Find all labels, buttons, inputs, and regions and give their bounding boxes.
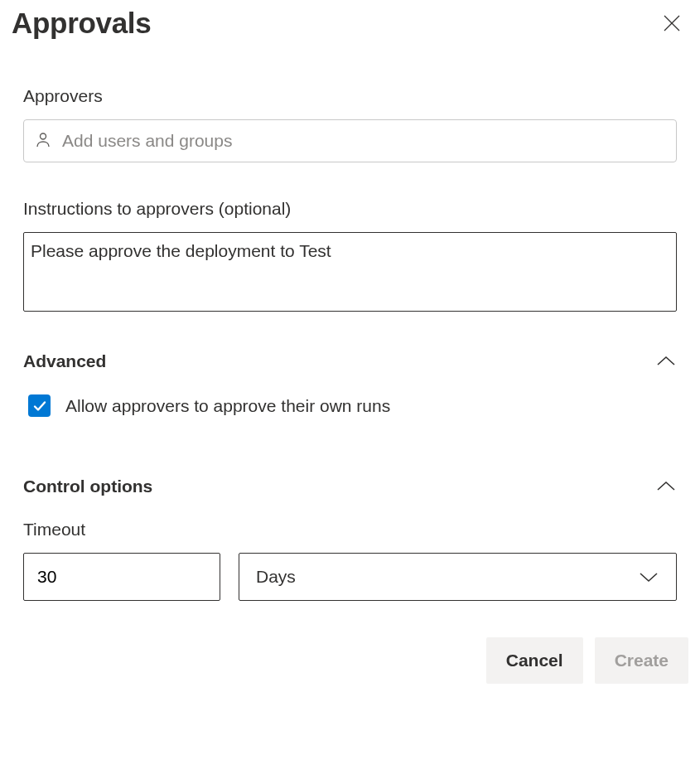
svg-point-2: [41, 133, 46, 139]
control-options-title: Control options: [23, 477, 152, 496]
allow-own-runs-label: Allow approvers to approve their own run…: [65, 396, 390, 416]
advanced-section: Advanced Allow approvers to approve thei…: [12, 351, 688, 417]
instructions-field: Instructions to approvers (optional): [12, 199, 688, 315]
cancel-button[interactable]: Cancel: [486, 637, 583, 684]
chevron-up-icon: [655, 480, 677, 493]
close-icon: [663, 14, 681, 32]
allow-own-runs-row[interactable]: Allow approvers to approve their own run…: [23, 394, 677, 417]
instructions-label: Instructions to approvers (optional): [23, 199, 677, 219]
approvers-field: Approvers: [12, 86, 688, 162]
dialog-header: Approvals: [12, 7, 688, 40]
advanced-title: Advanced: [23, 351, 106, 371]
advanced-body: Allow approvers to approve their own run…: [23, 394, 677, 417]
timeout-unit-select[interactable]: Days: [239, 553, 677, 601]
person-icon: [36, 132, 51, 150]
instructions-textarea[interactable]: [23, 232, 677, 312]
chevron-up-icon: [655, 355, 677, 368]
approvers-label: Approvers: [23, 86, 677, 106]
check-icon: [32, 399, 47, 414]
close-button[interactable]: [655, 7, 688, 40]
timeout-value-input[interactable]: [23, 553, 220, 601]
timeout-unit-value: Days: [256, 567, 296, 587]
approvers-input-wrapper[interactable]: [23, 119, 677, 162]
control-options-header[interactable]: Control options: [23, 477, 677, 496]
control-options-body: Timeout Days: [23, 520, 677, 601]
dialog-title: Approvals: [12, 7, 151, 40]
timeout-label: Timeout: [23, 520, 677, 540]
allow-own-runs-checkbox[interactable]: [28, 394, 51, 417]
approvers-input[interactable]: [62, 131, 664, 151]
advanced-header[interactable]: Advanced: [23, 351, 677, 371]
timeout-row: Days: [23, 553, 677, 601]
create-button[interactable]: Create: [595, 637, 688, 684]
dialog-footer: Cancel Create: [12, 637, 688, 684]
control-options-section: Control options Timeout Days: [12, 477, 688, 601]
chevron-down-icon: [638, 570, 659, 583]
